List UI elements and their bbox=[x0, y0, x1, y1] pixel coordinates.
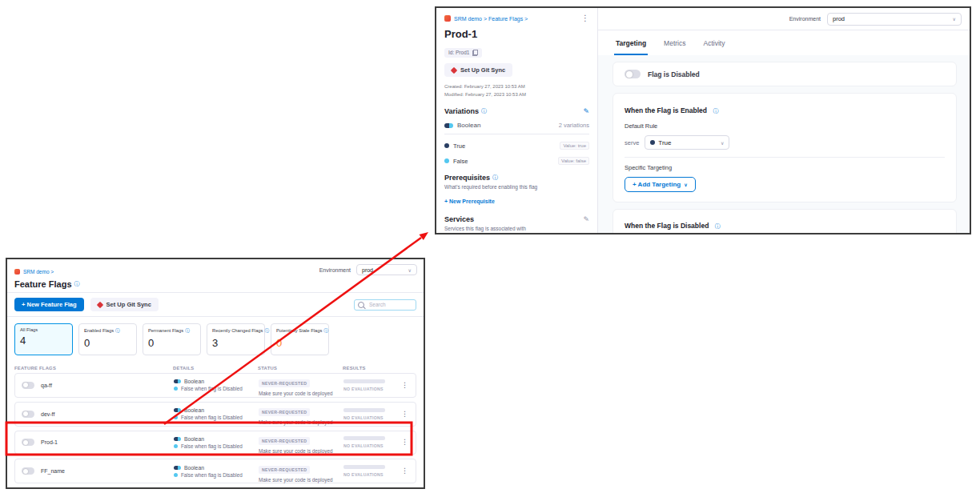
stat-card-permanent-flags[interactable]: Permanent Flagsⓘ 0 bbox=[143, 323, 201, 355]
environment-select[interactable]: prod ∨ bbox=[356, 264, 417, 275]
flag-timestamps: Created: February 27, 2023 10:53 AM Modi… bbox=[444, 82, 589, 98]
flag-toggle[interactable] bbox=[22, 439, 34, 446]
stat-card-all-flags[interactable]: All Flags 4 bbox=[14, 323, 73, 355]
chevron-down-icon: ∨ bbox=[721, 140, 724, 146]
flag-enabled-toggle[interactable] bbox=[625, 70, 641, 78]
row-kebab-menu-icon[interactable]: ⋮ bbox=[401, 411, 408, 418]
stat-value: 4 bbox=[20, 335, 67, 347]
false-variation-dot bbox=[174, 473, 178, 477]
true-variation-dot bbox=[444, 143, 449, 148]
breadcrumb[interactable]: SRM demo > Feature Flags > bbox=[444, 15, 528, 22]
column-header-feature-flags: FEATURE FLAGS bbox=[14, 366, 173, 371]
variation-type-row: Boolean 2 variations bbox=[444, 122, 589, 134]
column-header-results: RESULTS bbox=[343, 366, 400, 371]
tab-metrics[interactable]: Metrics bbox=[664, 30, 685, 55]
column-header-status: STATUS bbox=[258, 366, 343, 371]
false-variation-dot bbox=[174, 387, 178, 391]
status-cell: NEVER-REQUESTED Make sure your code is d… bbox=[259, 431, 343, 454]
variation-count: 2 variations bbox=[559, 122, 589, 129]
flag-toggle[interactable] bbox=[22, 411, 34, 418]
info-icon: ⓘ bbox=[715, 223, 721, 229]
modified-timestamp: Modified: February 27, 2023 10:53 AM bbox=[444, 90, 589, 98]
info-icon: ⓘ bbox=[115, 328, 120, 333]
status-text: Make sure your code is deployed bbox=[259, 419, 343, 425]
edit-variations-icon[interactable]: ✎ bbox=[583, 108, 589, 115]
table-row-dev-ff[interactable]: dev-ff Boolean False when flag is Disabl… bbox=[14, 402, 416, 427]
column-header-details: DETAILS bbox=[173, 366, 258, 371]
status-text: Make sure your code is deployed bbox=[259, 477, 343, 483]
flag-type: Boolean bbox=[184, 436, 204, 442]
details-cell: Boolean False when flag is Disabled bbox=[174, 436, 259, 449]
flag-state-card: Flag is Disabled bbox=[612, 62, 957, 86]
stat-value: 0 bbox=[148, 337, 195, 349]
boolean-type-icon bbox=[174, 437, 181, 441]
status-text: Make sure your code is deployed bbox=[259, 391, 343, 396]
info-icon: ⓘ bbox=[323, 328, 328, 333]
new-feature-flag-button[interactable]: + New Feature Flag bbox=[14, 298, 84, 311]
flag-toggle[interactable] bbox=[22, 467, 34, 475]
variation-row-true: True Value: true bbox=[444, 142, 589, 150]
specific-targeting-label: Specific Targeting bbox=[625, 164, 945, 171]
search-input[interactable] bbox=[368, 301, 412, 308]
prerequisites-heading: Prerequisites bbox=[444, 174, 490, 182]
row-kebab-menu-icon[interactable]: ⋮ bbox=[401, 467, 408, 475]
setup-git-sync-button[interactable]: Set Up Git Sync bbox=[90, 298, 159, 311]
new-prerequisite-link[interactable]: + New Prerequisite bbox=[444, 198, 495, 204]
environment-value: prod bbox=[833, 15, 845, 22]
feature-flags-list-window: SRM demo > Feature Flags ⓘ Environment p… bbox=[6, 258, 425, 489]
flag-summary-panel: SRM demo > Feature Flags > ⋮ Prod-1 Id: … bbox=[436, 8, 598, 233]
copy-icon[interactable] bbox=[472, 50, 478, 56]
setup-git-sync-button[interactable]: Set Up Git Sync bbox=[444, 63, 512, 77]
evaluations-bar bbox=[343, 465, 385, 469]
services-heading: Services bbox=[444, 215, 474, 223]
flag-name: dev-ff bbox=[41, 411, 54, 417]
environment-select[interactable]: prod ∨ bbox=[827, 13, 962, 26]
stat-label: Potentially Stale Flagsⓘ bbox=[276, 327, 323, 335]
tab-targeting[interactable]: Targeting bbox=[616, 30, 646, 55]
table-row-qa-ff[interactable]: qa-ff Boolean False when flag is Disable… bbox=[14, 373, 416, 398]
stat-cards-row: All Flags 4 Enabled Flagsⓘ 0 Permanent F… bbox=[7, 317, 424, 363]
disabled-heading: When the Flag is Disabled bbox=[625, 222, 709, 230]
search-icon bbox=[358, 302, 364, 308]
list-toolbar: + New Feature Flag Set Up Git Sync bbox=[7, 293, 424, 317]
status-badge: NEVER-REQUESTED bbox=[259, 379, 310, 387]
annotation-arrowhead bbox=[420, 232, 429, 240]
breadcrumb-text: SRM demo > Feature Flags > bbox=[454, 16, 528, 22]
flag-id-badge: Id: Prod1 bbox=[444, 48, 482, 58]
status-badge: NEVER-REQUESTED bbox=[259, 408, 310, 416]
stat-card-recently-changed[interactable]: Recently Changed Flagsⓘ 3 bbox=[207, 323, 265, 355]
detail-header-row: SRM demo > Feature Flags > ⋮ bbox=[444, 14, 589, 22]
status-cell: NEVER-REQUESTED Make sure your code is d… bbox=[259, 374, 343, 396]
page-title: Feature Flags bbox=[14, 279, 72, 289]
kebab-menu-icon[interactable]: ⋮ bbox=[581, 14, 589, 22]
false-variation-dot bbox=[444, 158, 449, 163]
results-cell: NO EVALUATIONS bbox=[343, 465, 401, 477]
add-targeting-button[interactable]: + Add Targeting ∨ bbox=[625, 177, 696, 192]
flag-detail-window: SRM demo > Feature Flags > ⋮ Prod-1 Id: … bbox=[435, 6, 971, 234]
environment-group: Environment prod ∨ bbox=[319, 264, 417, 275]
flag-toggle[interactable] bbox=[22, 382, 34, 389]
table-header: FEATURE FLAGS DETAILS STATUS RESULTS bbox=[7, 363, 424, 373]
info-icon: ⓘ bbox=[481, 107, 487, 115]
status-cell: NEVER-REQUESTED Make sure your code is d… bbox=[259, 403, 343, 425]
results-cell: NO EVALUATIONS bbox=[343, 379, 401, 391]
breadcrumb[interactable]: SRM demo > bbox=[14, 269, 54, 275]
enabled-heading: When the Flag is Enabled bbox=[625, 106, 707, 114]
add-targeting-label: + Add Targeting bbox=[633, 181, 681, 188]
stat-label: Recently Changed Flagsⓘ bbox=[212, 327, 259, 335]
table-row-prod-1[interactable]: Prod-1 Boolean False when flag is Disabl… bbox=[14, 431, 416, 455]
stat-card-potentially-stale[interactable]: Potentially Stale Flagsⓘ 0 bbox=[271, 323, 329, 355]
list-header: SRM demo > Feature Flags ⓘ Environment p… bbox=[7, 259, 424, 293]
chevron-down-icon: ∨ bbox=[953, 16, 956, 22]
tab-activity[interactable]: Activity bbox=[703, 30, 725, 55]
git-sync-icon bbox=[451, 66, 457, 73]
stat-card-enabled-flags[interactable]: Enabled Flagsⓘ 0 bbox=[78, 323, 137, 355]
table-row-ff-name[interactable]: FF_name Boolean False when flag is Disab… bbox=[14, 459, 416, 483]
edit-services-icon[interactable]: ✎ bbox=[583, 216, 589, 223]
enabled-serve-select[interactable]: True ∨ bbox=[645, 135, 729, 150]
row-kebab-menu-icon[interactable]: ⋮ bbox=[401, 382, 408, 389]
variation-type-label: Boolean bbox=[457, 122, 480, 129]
variation-name: True bbox=[453, 142, 465, 150]
row-kebab-menu-icon[interactable]: ⋮ bbox=[401, 439, 408, 446]
info-icon: ⓘ bbox=[713, 108, 718, 114]
